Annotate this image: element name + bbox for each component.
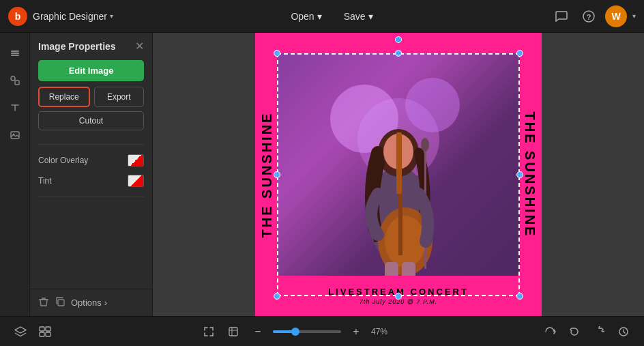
- topbar-center: Open ▾ Save ▾: [113, 8, 551, 25]
- svg-rect-25: [46, 327, 50, 331]
- comment-icon-btn[interactable]: [551, 5, 572, 27]
- image-properties-panel: Image Properties ✕ Edit Image Replace Ex…: [30, 33, 153, 316]
- app-name-menu[interactable]: Graphic Designer ▾: [33, 11, 113, 22]
- user-avatar[interactable]: W: [605, 5, 627, 27]
- history-icon[interactable]: [614, 322, 633, 341]
- handle-bot-left[interactable]: [274, 293, 280, 300]
- elements-icon-btn[interactable]: [3, 68, 27, 93]
- tint-swatch[interactable]: [128, 175, 144, 187]
- grid-bottom-icon[interactable]: [35, 322, 55, 341]
- loop-icon[interactable]: [540, 322, 559, 341]
- fit-screen-icon[interactable]: [199, 322, 218, 341]
- app-name-label: Graphic Designer: [33, 11, 107, 22]
- color-overlay-row: Color Overlay: [38, 150, 144, 171]
- trash-icon[interactable]: [38, 296, 49, 309]
- svg-rect-6: [15, 81, 19, 85]
- main-area: Image Properties ✕ Edit Image Replace Ex…: [0, 33, 644, 316]
- tint-row: Tint: [38, 171, 144, 191]
- svg-point-5: [11, 76, 15, 81]
- zoom-slider-thumb[interactable]: [291, 328, 299, 336]
- svg-rect-7: [11, 132, 19, 139]
- swatch-diagonal-tint: [128, 175, 143, 186]
- design-canvas[interactable]: THE SUNSHINE THE SUNSHINE LIVESTREAM CON…: [255, 33, 542, 316]
- panel-divider-2: [38, 197, 144, 197]
- handle-mid-right[interactable]: [516, 171, 523, 178]
- layers-icon-btn[interactable]: [3, 41, 27, 66]
- vertical-text-right: THE SUNSHINE: [522, 111, 538, 237]
- pink-overlay: [277, 53, 520, 296]
- handle-bot-center[interactable]: [395, 293, 402, 300]
- text-icon-btn[interactable]: [3, 96, 27, 120]
- zoom-minus-icon: −: [254, 326, 261, 338]
- panel-close-button[interactable]: ✕: [135, 41, 144, 52]
- topbar-right: ? W ▾: [551, 5, 636, 27]
- topbar: b Graphic Designer ▾ Open ▾ Save ▾ ? W: [0, 0, 644, 33]
- panel-bottom-bar: Options ›: [30, 289, 152, 316]
- save-label: Save: [344, 11, 366, 22]
- help-icon-btn[interactable]: ?: [578, 5, 600, 27]
- handle-top-right[interactable]: [516, 50, 523, 57]
- options-chevron: ›: [104, 298, 107, 308]
- replace-button[interactable]: Replace: [38, 87, 90, 107]
- image-icon-btn[interactable]: [3, 123, 27, 147]
- swatch-diagonal-overlay: [128, 155, 143, 166]
- duplicate-icon[interactable]: [55, 296, 65, 309]
- svg-rect-4: [11, 55, 19, 56]
- handle-bot-right[interactable]: [516, 293, 523, 300]
- zoom-controls: − + 47%: [199, 322, 396, 341]
- canvas-area[interactable]: THE SUNSHINE THE SUNSHINE LIVESTREAM CON…: [153, 33, 644, 316]
- app-logo: b: [8, 7, 27, 26]
- bottom-toolbar: − + 47%: [0, 316, 644, 346]
- open-menu[interactable]: Open ▾: [285, 8, 327, 25]
- handle-mid-left[interactable]: [274, 171, 280, 178]
- layers-bottom-icon[interactable]: [11, 322, 30, 341]
- bottom-left-tools: [11, 322, 55, 341]
- zoom-out-button[interactable]: −: [248, 322, 267, 341]
- resize-icon[interactable]: [224, 322, 243, 341]
- panel-title: Image Properties: [38, 41, 116, 52]
- svg-rect-26: [40, 332, 44, 336]
- zoom-slider[interactable]: [273, 330, 341, 333]
- zoom-value-label: 47%: [371, 327, 396, 336]
- options-button[interactable]: Options ›: [71, 298, 107, 308]
- redo-icon[interactable]: [589, 322, 609, 341]
- user-chevron[interactable]: ▾: [632, 12, 636, 20]
- tint-label: Tint: [38, 176, 52, 186]
- zoom-plus-icon: +: [353, 326, 359, 338]
- svg-rect-9: [58, 300, 64, 306]
- svg-rect-24: [40, 327, 44, 331]
- zoom-in-button[interactable]: +: [347, 322, 366, 341]
- handle-top-outer[interactable]: [395, 36, 402, 43]
- color-overlay-swatch[interactable]: [128, 154, 144, 167]
- open-chevron: ▾: [317, 11, 322, 22]
- open-label: Open: [291, 11, 314, 22]
- cutout-button[interactable]: Cutout: [38, 111, 144, 130]
- save-chevron: ▾: [368, 11, 373, 22]
- replace-export-row: Replace Export: [38, 87, 144, 107]
- svg-text:?: ?: [587, 12, 591, 20]
- undo-icon[interactable]: [565, 322, 584, 341]
- icon-strip: [0, 33, 30, 316]
- svg-rect-27: [46, 332, 50, 336]
- user-initial: W: [611, 11, 620, 22]
- panel-header: Image Properties ✕: [38, 41, 144, 52]
- concert-date: 7th July 2020 @ 7 P.M.: [360, 298, 438, 305]
- save-menu[interactable]: Save ▾: [338, 8, 379, 25]
- svg-rect-28: [229, 328, 237, 336]
- svg-rect-3: [11, 53, 19, 54]
- handle-top-left[interactable]: [274, 50, 280, 57]
- options-label: Options: [71, 298, 102, 308]
- vertical-text-left: THE SUNSHINE: [259, 111, 275, 237]
- edit-image-button[interactable]: Edit Image: [38, 60, 144, 81]
- export-button[interactable]: Export: [94, 87, 145, 107]
- concert-image[interactable]: [277, 53, 520, 296]
- handle-top-center[interactable]: [395, 50, 402, 57]
- color-overlay-label: Color Overlay: [38, 156, 88, 165]
- svg-rect-2: [11, 51, 19, 52]
- bottom-right-tools: [540, 322, 633, 341]
- panel-divider-1: [38, 144, 144, 145]
